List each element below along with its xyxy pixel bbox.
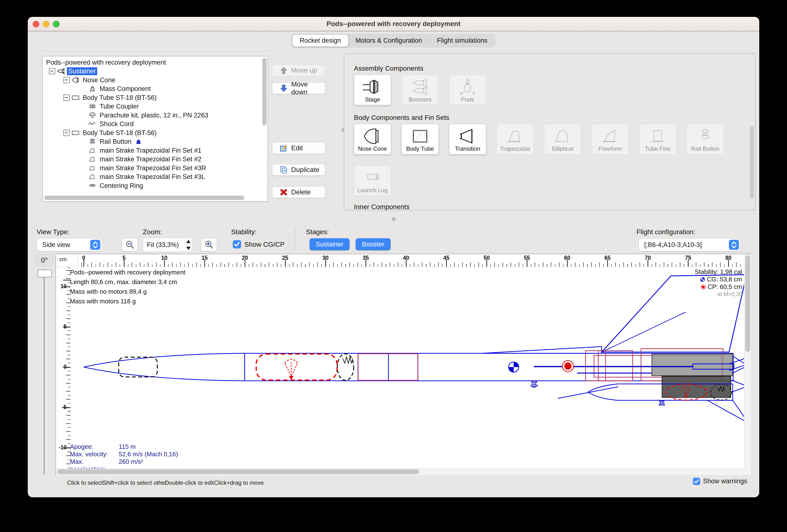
tree-label-rail-button: Rail Button <box>98 138 133 146</box>
ruler-tick-label: 70 <box>642 255 653 261</box>
pod-rail-button-glyph <box>659 401 664 405</box>
tab-segmented-control: Rocket design Motors & Configuration Fli… <box>292 34 495 47</box>
tree-horizontal-scrollbar[interactable] <box>44 196 244 200</box>
info-mass-no-motors: Mass with no motors 89,4 g <box>70 287 185 296</box>
shock-cord-icon <box>88 120 96 128</box>
nose-cone-top <box>84 353 242 367</box>
tree-row-body-tube-1[interactable]: Body Tube ST-18 (BT-56) <box>63 93 158 102</box>
rocket-canvas[interactable]: 0 5 10 15 20 25 30 35 40 45 50 55 60 65 … <box>56 254 751 475</box>
add-panel-scrollbar[interactable] <box>750 126 754 199</box>
tree-row-mass-component[interactable]: Mass Component <box>87 85 152 93</box>
tree-row-fin-set-3l[interactable]: main Strake Trapezoidal Fin Set #3L <box>87 173 207 181</box>
checkmark-icon <box>693 478 700 485</box>
freeform-label: Freeform <box>598 146 622 152</box>
tree-row-fin-set-1[interactable]: main Strake Trapezoidal Fin Set #1 <box>87 147 203 155</box>
ruler-tick-label: 80 <box>723 255 734 261</box>
collapse-icon[interactable] <box>63 94 70 101</box>
tree-row-tube-coupler[interactable]: Tube Coupler <box>87 102 141 110</box>
component-button-body-tube[interactable]: Body Tube <box>402 124 439 154</box>
pod-fin <box>707 400 748 423</box>
tree-row-fin-set-2[interactable]: main Strake Trapezoidal Fin Set #2 <box>87 155 203 163</box>
pods-label: Pods <box>461 96 474 103</box>
tree-root[interactable]: Pods--powered with recovery deployment <box>45 58 167 67</box>
tree-row-rail-button[interactable]: Rail Button <box>87 137 142 146</box>
ruler-tick-label: 65 <box>602 255 613 261</box>
zoom-combo[interactable]: Fit (33,3%) <box>143 238 192 252</box>
tree-vertical-scrollbar[interactable] <box>262 58 267 126</box>
tube-coupler-icon <box>88 103 96 110</box>
canvas-horizontal-scrollbar[interactable] <box>56 468 744 475</box>
show-warnings-control: Show warnings <box>693 478 747 485</box>
ruler-tick-label: 25 <box>280 255 291 261</box>
rail-button-glyph <box>531 381 537 387</box>
zoom-in-button[interactable] <box>201 238 217 251</box>
title-bar: Pods--powered with recovery deployment <box>28 17 759 31</box>
stage-toggle-sustainer[interactable]: Sustainer <box>310 238 349 250</box>
delete-button[interactable]: Delete <box>272 186 325 198</box>
tree-label-nose-cone: Nose Cone <box>81 76 117 84</box>
view-type-dropdown[interactable]: Side view <box>37 238 102 251</box>
tree-row-shock-cord[interactable]: Shock Cord <box>87 120 135 128</box>
ruler-tick-label: -10 <box>57 444 67 451</box>
stat-value: 115 m <box>119 443 135 450</box>
tab-rocket-design[interactable]: Rocket design <box>292 35 348 47</box>
tree-label-fin-set-3r: main Strake Trapezoidal Fin Set #3R <box>98 164 208 172</box>
tree-label-mass-component: Mass Component <box>98 85 152 93</box>
info-name: Pods--powered with recovery deployment <box>70 267 185 277</box>
collapse-icon[interactable] <box>63 77 70 83</box>
component-button-nose-cone[interactable]: Nose Cone <box>354 124 391 154</box>
tree-row-centering-ring[interactable]: Centering Ring <box>87 182 145 190</box>
cg-value: CG: 53,8 cm <box>707 276 742 283</box>
rotation-slider-track[interactable] <box>44 269 45 474</box>
component-button-boosters: Boosters <box>402 75 439 105</box>
component-button-pods: Pods <box>449 75 486 105</box>
tree-row-sustainer[interactable]: Sustainer <box>49 67 97 75</box>
ruler-tick-label: 75 <box>683 255 694 261</box>
show-warnings-checkbox[interactable] <box>693 478 700 485</box>
tree-row-parachute[interactable]: Parachute kit, plastic, 12 in., PN 2263 <box>87 111 210 119</box>
arrow-down-icon <box>280 84 288 92</box>
component-button-stage[interactable]: Stage <box>354 75 391 105</box>
cg-icon <box>700 277 705 282</box>
tab-motors-configuration[interactable]: Motors & Configuration <box>348 35 429 47</box>
app-window: Pods--powered with recovery deployment R… <box>28 17 759 497</box>
ruler-tick-label: 10 <box>57 283 67 290</box>
parachute-outline <box>256 354 337 380</box>
splitter-dot-horizontal[interactable] <box>392 217 396 221</box>
zoom-out-button[interactable] <box>122 238 138 251</box>
collapse-icon[interactable] <box>63 130 70 136</box>
trapezoidal-fin-icon <box>88 147 96 154</box>
edit-button[interactable]: Edit <box>272 142 325 154</box>
ruler-unit: cm <box>59 256 67 263</box>
component-tree[interactable]: Pods--powered with recovery deployment S… <box>42 56 268 202</box>
flight-config-dropdown[interactable]: [;B6-4;A10-3;A10-3] <box>639 238 740 251</box>
stage-toggle-booster[interactable]: Booster <box>356 238 390 250</box>
tree-row-fin-set-3r[interactable]: main Strake Trapezoidal Fin Set #3R <box>87 164 208 172</box>
add-component-panel: Assembly Components Stage Boosters Pods … <box>344 53 756 210</box>
tree-label-centering-ring: Centering Ring <box>98 182 145 190</box>
view-type-value: Side view <box>37 241 90 249</box>
scrollbar-thumb[interactable] <box>745 256 750 352</box>
tree-label-body-tube-1: Body Tube ST-18 (BT-56) <box>81 94 158 102</box>
tab-flight-simulations[interactable]: Flight simulations <box>430 35 495 47</box>
cp-line: CP: 60,5 cm <box>695 283 742 291</box>
tree-row-nose-cone[interactable]: Nose Cone <box>63 76 117 84</box>
tube-coupler-outline <box>358 354 418 380</box>
hint-shift-click: Shift+click to select other <box>103 480 167 486</box>
tree-row-body-tube-2[interactable]: Body Tube ST-18 (BT-56) <box>63 129 158 137</box>
canvas-vertical-scrollbar[interactable] <box>744 254 751 475</box>
collapse-icon[interactable] <box>49 68 55 74</box>
ruler-tick-label: -5 <box>57 404 67 411</box>
component-button-transition[interactable]: Transition <box>449 124 486 154</box>
nose-cone-bottom <box>84 367 242 381</box>
launch-lug-label: Launch Lug <box>357 187 387 194</box>
scrollbar-thumb[interactable] <box>57 469 419 474</box>
parachute-icon <box>88 111 96 119</box>
duplicate-button[interactable]: Duplicate <box>272 164 325 176</box>
move-down-button[interactable]: Move down <box>272 83 325 94</box>
show-cgcp-checkbox[interactable] <box>233 240 241 248</box>
rotation-slider-handle[interactable] <box>37 270 52 277</box>
rail-button-label: Rail Button <box>691 146 719 152</box>
ruler-tick-label: 30 <box>320 255 331 261</box>
duplicate-label: Duplicate <box>291 166 319 174</box>
